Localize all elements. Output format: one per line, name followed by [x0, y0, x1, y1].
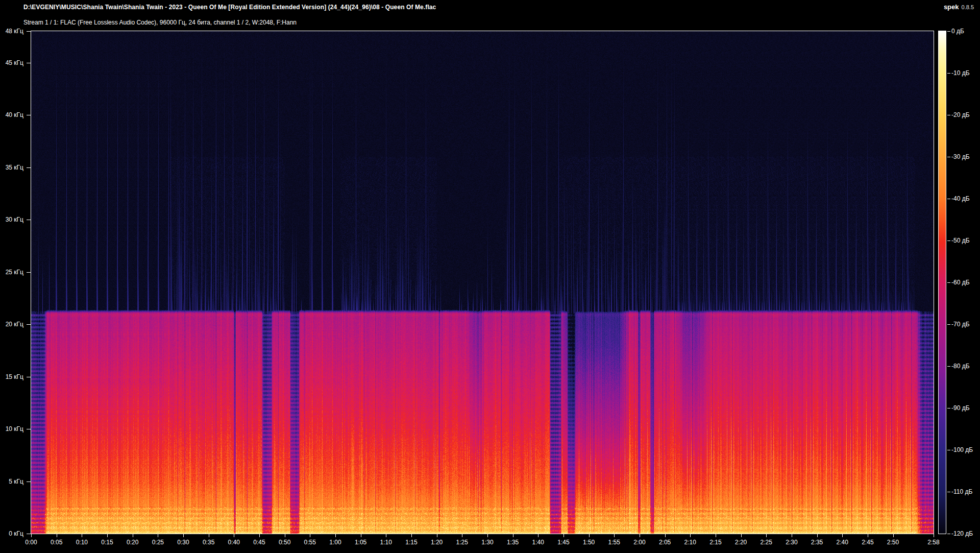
app-version: 0.8.5	[962, 4, 974, 10]
time-tick	[209, 534, 209, 537]
time-tick	[183, 534, 184, 537]
time-tick-label: 1:00	[329, 539, 341, 546]
db-tick	[947, 366, 950, 367]
time-tick	[817, 534, 818, 537]
time-tick-label: 0:35	[203, 539, 214, 546]
time-tick	[868, 534, 868, 537]
db-tick-label: -80 дБ	[951, 363, 970, 370]
time-tick-label: 1:55	[608, 539, 620, 546]
time-tick-label: 2:58	[927, 539, 939, 546]
db-tick-label: -90 дБ	[951, 404, 970, 412]
db-gradient	[939, 31, 946, 534]
time-tick	[538, 534, 538, 537]
freq-tick-label: 30 кГц	[0, 216, 23, 223]
freq-tick	[27, 220, 31, 220]
freq-tick-label: 25 кГц	[0, 269, 23, 276]
time-tick	[259, 534, 260, 537]
time-tick-label: 1:40	[532, 539, 544, 546]
freq-tick	[27, 482, 31, 482]
time-tick-label: 0:20	[127, 539, 138, 546]
freq-tick-label: 15 кГц	[0, 373, 23, 380]
time-tick-label: 0:15	[101, 539, 113, 546]
time-tick-label: 1:45	[557, 539, 569, 546]
time-tick	[411, 534, 412, 537]
time-tick-label: 1:25	[456, 539, 468, 546]
time-tick	[361, 534, 361, 537]
freq-tick-label: 48 кГц	[0, 28, 23, 35]
db-tick-label: -10 дБ	[951, 69, 970, 77]
freq-tick-label: 20 кГц	[0, 321, 23, 328]
db-tick-label: 0 дБ	[951, 28, 964, 35]
time-tick	[614, 534, 615, 537]
time-tick	[766, 534, 767, 537]
time-tick	[564, 534, 564, 537]
db-tick	[947, 450, 950, 450]
time-tick-label: 1:20	[431, 539, 443, 546]
time-tick-label: 0:40	[228, 539, 240, 546]
time-tick-label: 1:50	[583, 539, 595, 546]
time-tick-label: 0:00	[25, 539, 37, 546]
time-tick	[893, 534, 894, 537]
freq-tick-label: 45 кГц	[0, 59, 23, 66]
time-tick	[386, 534, 386, 537]
freq-tick-label: 35 кГц	[0, 164, 23, 171]
freq-tick-label: 0 кГц	[0, 530, 23, 537]
freq-tick	[27, 377, 31, 377]
time-tick	[741, 534, 742, 537]
time-tick	[234, 534, 234, 537]
time-tick	[31, 534, 32, 537]
time-tick	[513, 534, 513, 537]
time-tick-label: 1:05	[355, 539, 366, 546]
time-tick-label: 1:15	[405, 539, 417, 546]
time-tick	[158, 534, 158, 537]
time-tick	[716, 534, 716, 537]
db-tick	[947, 31, 950, 32]
time-tick	[690, 534, 691, 537]
db-tick-label: -100 дБ	[951, 446, 973, 453]
db-tick-label: -50 дБ	[951, 237, 970, 244]
time-tick-label: 2:50	[887, 539, 899, 546]
freq-tick	[27, 31, 31, 32]
db-tick-label: -20 дБ	[951, 111, 970, 118]
time-tick	[462, 534, 462, 537]
time-tick-label: 0:55	[304, 539, 316, 546]
time-tick-label: 2:15	[709, 539, 721, 546]
app-brand: spek0.8.5	[944, 3, 974, 11]
stream-info: Stream 1 / 1: FLAC (Free Lossless Audio …	[23, 19, 297, 26]
time-tick	[842, 534, 843, 537]
freq-tick-label: 40 кГц	[0, 111, 23, 118]
time-tick	[589, 534, 590, 537]
time-tick	[487, 534, 488, 537]
time-tick-label: 0:50	[279, 539, 290, 546]
freq-tick	[27, 534, 31, 534]
freq-tick-label: 10 кГц	[0, 425, 23, 432]
db-tick	[947, 199, 950, 199]
time-tick	[335, 534, 336, 537]
time-tick-label: 0:05	[51, 539, 62, 546]
freq-tick-label: 5 кГц	[0, 478, 23, 485]
db-tick-label: -30 дБ	[951, 153, 970, 160]
freq-tick	[27, 167, 31, 168]
time-tick	[640, 534, 640, 537]
db-tick-label: -60 дБ	[951, 279, 970, 286]
db-tick	[947, 534, 950, 534]
time-tick	[82, 534, 82, 537]
time-tick-label: 2:35	[811, 539, 823, 546]
freq-tick	[27, 115, 31, 115]
time-tick-label: 1:30	[481, 539, 493, 546]
db-tick-label: -70 дБ	[951, 321, 970, 328]
db-tick	[947, 73, 950, 74]
freq-tick	[27, 272, 31, 273]
db-tick-label: -110 дБ	[951, 488, 972, 495]
time-tick-label: 2:40	[837, 539, 848, 546]
db-tick	[947, 157, 950, 157]
db-tick	[947, 324, 950, 325]
time-tick	[57, 534, 57, 537]
time-tick	[934, 534, 934, 537]
time-tick-label: 2:05	[659, 539, 671, 546]
time-tick	[285, 534, 285, 537]
db-tick	[947, 282, 950, 283]
freq-tick	[27, 63, 31, 63]
time-tick-label: 0:10	[76, 539, 88, 546]
spectrogram-plot	[31, 31, 934, 534]
